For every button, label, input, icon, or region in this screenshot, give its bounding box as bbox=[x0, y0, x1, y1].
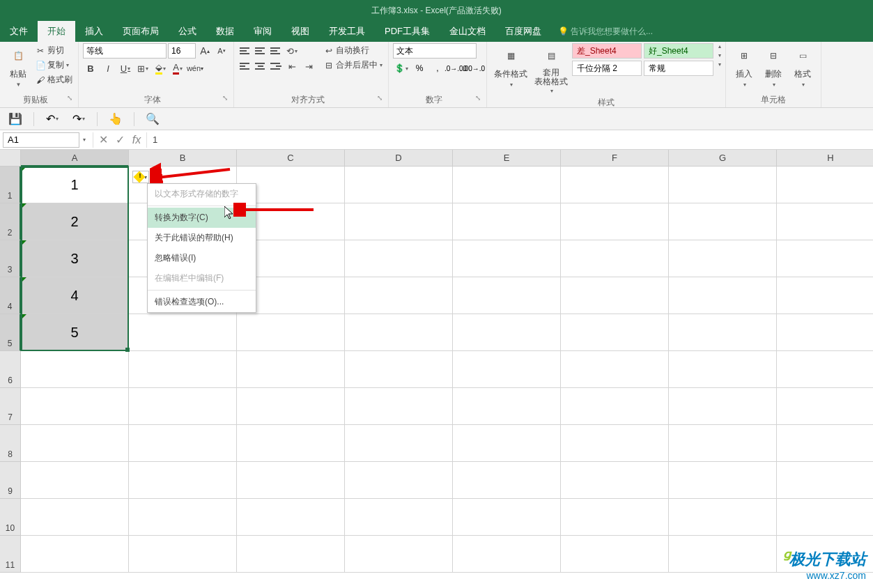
cell-g8[interactable] bbox=[669, 425, 777, 462]
row-header-9[interactable]: 9 bbox=[0, 462, 21, 499]
row-header-10[interactable]: 10 bbox=[0, 499, 21, 536]
tab-page-layout[interactable]: 页面布局 bbox=[113, 21, 169, 42]
cell-h5[interactable] bbox=[777, 314, 873, 351]
cell-b10[interactable] bbox=[129, 499, 237, 536]
cell-e7[interactable] bbox=[453, 388, 561, 425]
cell-c5[interactable] bbox=[237, 314, 345, 351]
cut-button[interactable]: ✂剪切 bbox=[33, 43, 74, 58]
col-header-e[interactable]: E bbox=[453, 150, 561, 167]
comma-format-button[interactable]: , bbox=[429, 61, 446, 75]
cell-g2[interactable] bbox=[669, 203, 777, 240]
cell-f7[interactable] bbox=[561, 388, 669, 425]
increase-decimal-button[interactable]: .0→.00 bbox=[447, 61, 464, 75]
cell-g6[interactable] bbox=[669, 351, 777, 388]
insert-function-button[interactable]: fx bbox=[128, 132, 145, 148]
cell-d9[interactable] bbox=[345, 462, 453, 499]
cell-h3[interactable] bbox=[777, 240, 873, 277]
cell-h2[interactable] bbox=[777, 203, 873, 240]
cell-b8[interactable] bbox=[129, 425, 237, 462]
copy-button[interactable]: 📄复制▾ bbox=[33, 58, 74, 72]
table-format-button[interactable]: ▤套用 表格格式▾ bbox=[532, 43, 571, 95]
cell-a7[interactable] bbox=[21, 388, 129, 425]
cell-a8[interactable] bbox=[21, 425, 129, 462]
row-header-6[interactable]: 6 bbox=[0, 351, 21, 388]
fill-color-button[interactable]: ⬙▾ bbox=[153, 61, 168, 76]
col-header-g[interactable]: G bbox=[669, 150, 777, 167]
percent-format-button[interactable]: % bbox=[411, 61, 428, 75]
tab-review[interactable]: 审阅 bbox=[244, 21, 281, 42]
cell-f5[interactable] bbox=[561, 314, 669, 351]
tab-pdf-tools[interactable]: PDF工具集 bbox=[375, 21, 440, 42]
dialog-launcher-icon[interactable]: ⤡ bbox=[377, 94, 383, 102]
number-format-select[interactable] bbox=[393, 43, 477, 59]
cell-b6[interactable] bbox=[129, 351, 237, 388]
insert-cells-button[interactable]: ⊞插入▾ bbox=[730, 43, 758, 89]
cell-d4[interactable] bbox=[345, 277, 453, 314]
orientation-button[interactable]: ⟲▾ bbox=[284, 43, 300, 59]
cell-b9[interactable] bbox=[129, 462, 237, 499]
cell-a3[interactable]: 3 bbox=[21, 240, 129, 277]
tell-me-search[interactable]: 💡 告诉我您想要做什么... bbox=[558, 26, 653, 38]
col-header-b[interactable]: B bbox=[129, 150, 237, 167]
row-header-8[interactable]: 8 bbox=[0, 425, 21, 462]
align-top-button[interactable] bbox=[238, 45, 252, 57]
cell-g4[interactable] bbox=[669, 277, 777, 314]
conditional-format-button[interactable]: ▦条件格式▾ bbox=[491, 43, 530, 89]
tab-baidu-disk[interactable]: 百度网盘 bbox=[495, 21, 551, 42]
style-bad[interactable]: 差_Sheet4 bbox=[572, 43, 642, 59]
tab-view[interactable]: 视图 bbox=[281, 21, 319, 42]
col-header-f[interactable]: F bbox=[561, 150, 669, 167]
cell-g11[interactable] bbox=[669, 536, 777, 573]
row-header-5[interactable]: 5 bbox=[0, 314, 21, 351]
decrease-decimal-button[interactable]: .00→.0 bbox=[465, 61, 482, 75]
cell-f10[interactable] bbox=[561, 499, 669, 536]
print-preview-button[interactable]: 🔍 bbox=[144, 111, 161, 127]
format-painter-button[interactable]: 🖌格式刷 bbox=[33, 72, 74, 87]
tab-data[interactable]: 数据 bbox=[206, 21, 244, 42]
cell-b5[interactable] bbox=[129, 314, 237, 351]
menu-convert-to-number[interactable]: 转换为数字(C) bbox=[148, 208, 256, 228]
cell-d5[interactable] bbox=[345, 314, 453, 351]
col-header-d[interactable]: D bbox=[345, 150, 453, 167]
row-header-2[interactable]: 2 bbox=[0, 203, 21, 240]
italic-button[interactable]: I bbox=[100, 61, 116, 76]
menu-error-help[interactable]: 关于此错误的帮助(H) bbox=[148, 228, 256, 248]
style-comma[interactable]: 千位分隔 2 bbox=[572, 61, 642, 76]
cell-c8[interactable] bbox=[237, 425, 345, 462]
cell-e2[interactable] bbox=[453, 203, 561, 240]
format-cells-button[interactable]: ▭格式▾ bbox=[789, 43, 817, 89]
styles-scroll-up-icon[interactable]: ▴ bbox=[718, 43, 721, 49]
style-normal[interactable]: 常规 bbox=[644, 61, 713, 76]
cell-h8[interactable] bbox=[777, 425, 873, 462]
decrease-indent-button[interactable]: ⇤ bbox=[284, 59, 300, 74]
increase-font-icon[interactable]: A▴ bbox=[197, 43, 213, 59]
cell-f6[interactable] bbox=[561, 351, 669, 388]
cell-c10[interactable] bbox=[237, 499, 345, 536]
cell-f11[interactable] bbox=[561, 536, 669, 573]
decrease-font-icon[interactable]: A▾ bbox=[214, 43, 229, 59]
cell-d6[interactable] bbox=[345, 351, 453, 388]
font-size-select[interactable] bbox=[168, 43, 196, 59]
cell-b11[interactable] bbox=[129, 536, 237, 573]
cancel-formula-button[interactable]: ✕ bbox=[95, 132, 111, 148]
delete-cells-button[interactable]: ⊟删除▾ bbox=[759, 43, 787, 89]
menu-ignore-error[interactable]: 忽略错误(I) bbox=[148, 248, 256, 268]
col-header-h[interactable]: H bbox=[777, 150, 873, 167]
align-center-button[interactable] bbox=[254, 60, 268, 72]
cell-e8[interactable] bbox=[453, 425, 561, 462]
increase-indent-button[interactable]: ⇥ bbox=[301, 59, 316, 74]
phonetic-button[interactable]: wén▾ bbox=[187, 61, 203, 76]
row-header-1[interactable]: 1 bbox=[0, 167, 21, 203]
undo-button[interactable]: ↶▾ bbox=[44, 111, 61, 127]
cell-h10[interactable] bbox=[777, 499, 873, 536]
cell-c11[interactable] bbox=[237, 536, 345, 573]
cell-d11[interactable] bbox=[345, 536, 453, 573]
cell-e5[interactable] bbox=[453, 314, 561, 351]
cell-f4[interactable] bbox=[561, 277, 669, 314]
underline-button[interactable]: U▾ bbox=[118, 61, 133, 76]
row-header-4[interactable]: 4 bbox=[0, 277, 21, 314]
menu-error-options[interactable]: 错误检查选项(O)... bbox=[148, 292, 256, 312]
cell-d8[interactable] bbox=[345, 425, 453, 462]
cell-g10[interactable] bbox=[669, 499, 777, 536]
cell-a11[interactable] bbox=[21, 536, 129, 573]
